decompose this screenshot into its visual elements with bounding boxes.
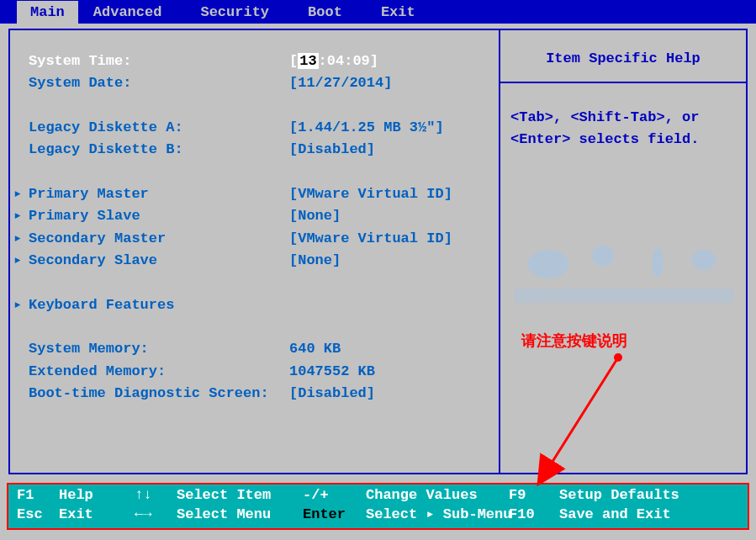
key-updown: ↑↓: [135, 486, 177, 506]
value-secondary-master: [VMware Virtual ID]: [289, 228, 452, 250]
row-secondary-master[interactable]: ▸Secondary Master [VMware Virtual ID]: [29, 228, 484, 250]
key-updown-label: Select Item: [177, 486, 303, 506]
label-diskette-a: Legacy Diskette A:: [29, 117, 289, 139]
key-esc: Esc: [17, 506, 59, 525]
label-boot-diag: Boot-time Diagnostic Screen:: [29, 383, 289, 405]
submenu-icon: ▸: [13, 205, 29, 227]
menubar-tab-security[interactable]: Security: [185, 1, 293, 24]
row-boot-diag[interactable]: Boot-time Diagnostic Screen: [Disabled]: [29, 383, 484, 405]
row-extended-memory: Extended Memory: 1047552 KB: [29, 361, 484, 383]
menubar-tab-advanced[interactable]: Advanced: [78, 1, 186, 24]
label-system-time: System Time:: [29, 50, 289, 72]
menubar-tab-main[interactable]: Main: [17, 1, 78, 24]
value-secondary-slave: [None]: [289, 250, 341, 272]
submenu-icon: ▸: [13, 294, 29, 316]
row-secondary-slave[interactable]: ▸Secondary Slave [None]: [29, 250, 484, 272]
key-enter: Enter: [303, 506, 366, 525]
label-system-date: System Date:: [29, 72, 289, 94]
bios-menubar: Main Advanced Security Boot Exit: [0, 0, 756, 24]
footer-row-2: Esc Exit ←→ Select Menu Enter Select ▸ S…: [17, 506, 739, 525]
key-plusminus: -/+: [303, 486, 366, 506]
label-secondary-slave: ▸Secondary Slave: [29, 250, 289, 272]
value-primary-slave: [None]: [289, 205, 341, 227]
footer-row-1: F1 Help ↑↓ Select Item -/+ Change Values…: [17, 486, 739, 506]
bios-panels: System Time: [13:04:09] System Date: [11…: [0, 24, 756, 479]
value-diskette-a: [1.44/1.25 MB 3½"]: [289, 117, 444, 139]
key-f10-label: Save and Exit: [559, 506, 671, 525]
help-line2: <Enter> selects field.: [510, 129, 736, 151]
annotation-text: 请注意按键说明: [521, 331, 627, 351]
row-system-memory: System Memory: 640 KB: [29, 338, 484, 360]
value-primary-master: [VMware Virtual ID]: [289, 183, 452, 205]
row-keyboard-features[interactable]: ▸Keyboard Features: [29, 294, 484, 316]
label-primary-slave: ▸Primary Slave: [29, 205, 289, 227]
value-diskette-b: [Disabled]: [289, 139, 375, 161]
submenu-icon: ▸: [13, 183, 29, 205]
help-panel: Item Specific Help <Tab>, <Shift-Tab>, o…: [500, 29, 748, 474]
key-f10: F10: [509, 506, 559, 525]
key-f1: F1: [17, 486, 59, 506]
label-extended-memory: Extended Memory:: [29, 361, 289, 383]
row-diskette-b[interactable]: Legacy Diskette B: [Disabled]: [29, 139, 484, 161]
value-system-date: [11/27/2014]: [289, 72, 392, 94]
key-enter-label: Select ▸ Sub-Menu: [366, 506, 509, 525]
label-system-memory: System Memory:: [29, 338, 289, 360]
row-primary-master[interactable]: ▸Primary Master [VMware Virtual ID]: [29, 183, 484, 205]
label-secondary-master: ▸Secondary Master: [29, 228, 289, 250]
row-system-time[interactable]: System Time: [13:04:09]: [29, 50, 484, 72]
value-boot-diag: [Disabled]: [289, 383, 375, 405]
system-time-hours-field[interactable]: 13: [298, 53, 318, 69]
value-extended-memory: 1047552 KB: [289, 361, 375, 383]
submenu-icon: ▸: [13, 228, 29, 250]
key-f9-label: Setup Defaults: [559, 486, 679, 506]
label-primary-master: ▸Primary Master: [29, 183, 289, 205]
submenu-icon: ▸: [13, 250, 29, 272]
watermark-image: [515, 230, 733, 327]
key-leftright: ←→: [135, 506, 177, 525]
value-system-time: [13:04:09]: [289, 50, 378, 72]
key-esc-label: Exit: [59, 506, 135, 525]
label-keyboard-features: ▸Keyboard Features: [29, 294, 289, 316]
row-system-date[interactable]: System Date: [11/27/2014]: [29, 72, 484, 94]
row-diskette-a[interactable]: Legacy Diskette A: [1.44/1.25 MB 3½"]: [29, 117, 484, 139]
menubar-tab-boot[interactable]: Boot: [293, 1, 366, 24]
key-f9: F9: [509, 486, 559, 506]
key-leftright-label: Select Menu: [177, 506, 303, 525]
value-system-memory: 640 KB: [289, 338, 341, 360]
label-diskette-b: Legacy Diskette B:: [29, 139, 289, 161]
help-title: Item Specific Help: [500, 30, 746, 83]
system-time-rest: :04:09: [319, 53, 370, 69]
main-panel: System Time: [13:04:09] System Date: [11…: [8, 29, 500, 474]
help-line1: <Tab>, <Shift-Tab>, or: [510, 107, 736, 129]
key-f1-label: Help: [59, 486, 135, 506]
footer-keybar: F1 Help ↑↓ Select Item -/+ Change Values…: [7, 483, 749, 530]
menubar-tab-exit[interactable]: Exit: [366, 1, 439, 24]
key-plusminus-label: Change Values: [366, 486, 509, 506]
row-primary-slave[interactable]: ▸Primary Slave [None]: [29, 205, 484, 227]
